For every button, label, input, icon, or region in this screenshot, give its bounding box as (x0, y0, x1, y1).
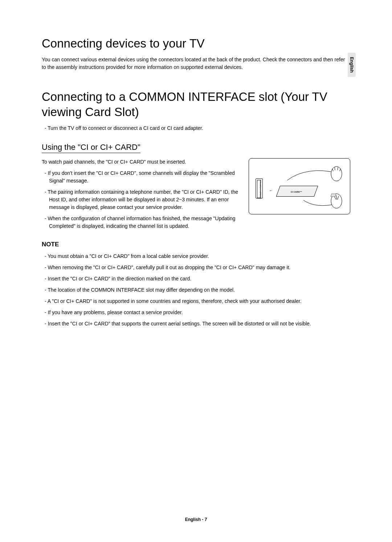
slot-label: COMMON INTERFACE (260, 180, 262, 199)
section3-intro: To watch paid channels, the "CI or CI+ C… (42, 158, 240, 166)
section3-title: Using the "CI or CI+ CARD" (42, 143, 140, 153)
ci-card-diagram: COMMON INTERFACE CI CARD™ ← (249, 158, 350, 214)
section2-subpoint: Turn the TV off to connect or disconnect… (49, 125, 350, 131)
ci-slot-icon (256, 178, 263, 198)
list-item: You must obtain a "CI or CI+ CARD" from … (49, 252, 350, 260)
svg-rect-3 (331, 194, 336, 197)
list-item: If you have any problems, please contact… (49, 309, 350, 316)
list-item: Insert the "CI or CI+ CARD" in the direc… (49, 275, 350, 283)
note-title: NOTE (42, 241, 350, 248)
list-item: If you don't insert the "CI or CI+ CARD"… (49, 169, 240, 185)
list-item: Insert the "CI or CI+ CARD" that support… (49, 320, 350, 328)
section1-title: Connecting devices to your TV (42, 36, 350, 51)
list-item: The location of the COMMON INTERFACE slo… (49, 286, 350, 294)
list-item: The pairing information containing a tel… (49, 188, 240, 211)
note-bullets: You must obtain a "CI or CI+ CARD" from … (42, 252, 350, 328)
list-item: When the configuration of channel inform… (49, 215, 240, 230)
page-content: Connecting devices to your TV You can co… (0, 0, 392, 346)
list-item: A "CI or CI+ CARD" is not supported in s… (49, 297, 350, 305)
list-item: When removing the "CI or CI+ CARD", care… (49, 264, 350, 271)
page-footer: English - 7 (0, 517, 392, 522)
hand-top-icon (330, 166, 343, 182)
section3-bullets: If you don't insert the "CI or CI+ CARD"… (42, 169, 240, 230)
arrow-left-icon: ← (269, 188, 273, 193)
card-label: CI CARD™ (291, 191, 302, 193)
section2-title: Connecting to a COMMON INTERFACE slot (Y… (42, 89, 350, 120)
section1-intro: You can connect various external devices… (42, 56, 350, 71)
hand-bottom-icon (330, 193, 343, 209)
